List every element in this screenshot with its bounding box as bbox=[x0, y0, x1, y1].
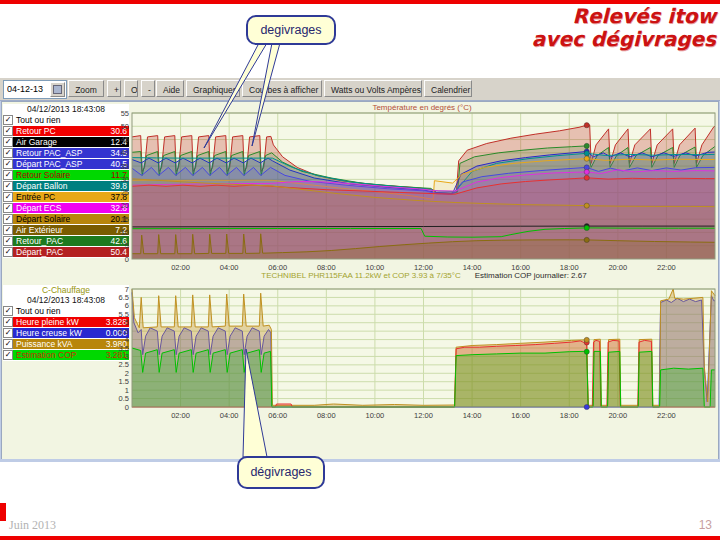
zoom-reset-button[interactable]: O bbox=[124, 80, 138, 97]
y-tick-label: 3 bbox=[125, 352, 129, 361]
x-tick-label: 12:00 bbox=[414, 411, 433, 420]
window-bottom-edge bbox=[0, 459, 720, 462]
x-tick-label: 18:00 bbox=[560, 411, 579, 420]
legend-label: Départ Solaire bbox=[14, 214, 110, 224]
x-tick-label: 22:00 bbox=[657, 411, 676, 420]
cursor-marker-dot bbox=[584, 337, 589, 342]
x-tick-label: 02:00 bbox=[171, 411, 190, 420]
legend-checkbox[interactable]: ✓ bbox=[3, 339, 13, 349]
date-input[interactable] bbox=[5, 82, 51, 95]
y-tick-label: 5 bbox=[125, 241, 129, 250]
y-tick-label: 25 bbox=[121, 188, 129, 197]
legend-label: Air Garage bbox=[14, 137, 110, 147]
slide-title-line2: avec dégivrages bbox=[532, 28, 716, 51]
cursor-marker-dot bbox=[584, 349, 589, 354]
footer-date: Juin 2013 bbox=[9, 518, 56, 533]
legend-label: Retour_PAC bbox=[14, 236, 110, 246]
x-tick-label: 06:00 bbox=[268, 411, 287, 420]
y-tick-label: 0.5 bbox=[119, 394, 129, 403]
legend-label: Heure creuse kW bbox=[14, 328, 106, 338]
legend-checkbox[interactable]: ✓ bbox=[3, 115, 13, 125]
legend-checkbox[interactable]: ✓ bbox=[3, 203, 13, 213]
bottom-callout-degivrages: dégivrages bbox=[237, 456, 325, 489]
page-number: 13 bbox=[699, 518, 712, 532]
calendar-dropdown-button[interactable] bbox=[50, 82, 65, 97]
legend-checkbox[interactable]: ✓ bbox=[3, 170, 13, 180]
slide: Relevés itow avec dégivrages Zoom + O - … bbox=[0, 0, 720, 540]
y-tick-label: 5.5 bbox=[119, 310, 129, 319]
calendrier-button[interactable]: Calendrier bbox=[424, 80, 472, 97]
temperature-chart-plot[interactable]: 02:0004:0006:0008:0010:0012:0014:0016:00… bbox=[101, 107, 719, 273]
red-border-mark bbox=[0, 503, 6, 521]
legend-label: Départ PAC_ASP bbox=[14, 159, 110, 169]
legend-checkbox[interactable]: ✓ bbox=[3, 247, 13, 257]
x-tick-label: 04:00 bbox=[220, 411, 239, 420]
aide-button[interactable]: Aide bbox=[156, 80, 184, 97]
cursor-marker-dot bbox=[584, 123, 589, 128]
pac-model-text: TECHNIBEL PHR115FAA 11.2kW et COP 3.93 à… bbox=[261, 271, 460, 280]
zoom-out-button[interactable]: - bbox=[141, 80, 155, 97]
legend-checkbox[interactable]: ✓ bbox=[3, 317, 13, 327]
zoom-in-button[interactable]: + bbox=[107, 80, 121, 97]
y-tick-label: 10 bbox=[121, 228, 129, 237]
cop-journalier-text: Estimation COP journalier: 2.67 bbox=[475, 271, 587, 280]
legend-checkbox[interactable]: ✓ bbox=[3, 159, 13, 169]
courbes-a-afficher-button[interactable]: Courbes à afficher bbox=[242, 80, 322, 97]
cursor-marker-dot bbox=[584, 169, 589, 174]
legend-checkbox[interactable]: ✓ bbox=[3, 225, 13, 235]
y-tick-label: 45 bbox=[121, 135, 129, 144]
x-tick-label: 10:00 bbox=[366, 411, 385, 420]
y-tick-label: 6 bbox=[125, 301, 129, 310]
y-tick-label: 40 bbox=[121, 148, 129, 157]
legend-checkbox[interactable]: ✓ bbox=[3, 328, 13, 338]
legend-checkbox[interactable]: ✓ bbox=[3, 214, 13, 224]
y-tick-label: 0 bbox=[125, 255, 129, 264]
slide-title-line1: Relevés itow bbox=[532, 5, 716, 28]
legend-label: Départ ECS bbox=[14, 203, 110, 213]
cursor-marker-dot bbox=[584, 175, 589, 180]
legend-checkbox[interactable]: ✓ bbox=[3, 236, 13, 246]
c-chauffage-chart-plot[interactable]: 02:0004:0006:0008:0010:0012:0014:0016:00… bbox=[101, 282, 719, 422]
legend-label: Air Extérieur bbox=[14, 225, 115, 235]
c-chauffage-chart-subtitle: TECHNIBEL PHR115FAA 11.2kW et COP 3.93 à… bbox=[132, 271, 716, 280]
y-tick-label: 4 bbox=[125, 335, 129, 344]
legend-label: Estimation COP bbox=[14, 350, 106, 360]
legend-checkbox[interactable]: ✓ bbox=[3, 192, 13, 202]
slide-bottom-border bbox=[0, 536, 720, 540]
y-tick-label: 20 bbox=[121, 201, 129, 210]
calendar-icon bbox=[53, 85, 62, 94]
legend-label: Départ Ballon bbox=[14, 181, 110, 191]
cursor-marker-dot bbox=[584, 143, 589, 148]
legend-checkbox[interactable]: ✓ bbox=[3, 126, 13, 136]
legend-label: Départ_PAC bbox=[14, 247, 110, 257]
x-tick-label: 16:00 bbox=[511, 411, 530, 420]
watts-ou-volts-amperes-button[interactable]: Watts ou Volts Ampères bbox=[324, 80, 422, 97]
legend-checkbox[interactable]: ✓ bbox=[3, 306, 13, 316]
x-tick-label: 14:00 bbox=[463, 411, 482, 420]
date-field-wrap bbox=[3, 80, 67, 99]
legend-checkbox[interactable]: ✓ bbox=[3, 137, 13, 147]
legend-label: Retour PAC_ASP bbox=[14, 148, 110, 158]
graphiques-button[interactable]: Graphiques bbox=[186, 80, 240, 97]
y-tick-label: 1 bbox=[125, 386, 129, 395]
legend-checkbox[interactable]: ✓ bbox=[3, 181, 13, 191]
legend-checkbox[interactable]: ✓ bbox=[3, 148, 13, 158]
y-tick-label: 50 bbox=[121, 122, 129, 131]
cursor-marker-dot bbox=[584, 404, 589, 409]
x-tick-label: 08:00 bbox=[317, 411, 336, 420]
legend-label: Entrée PC bbox=[14, 192, 110, 202]
y-tick-label: 3.5 bbox=[119, 344, 129, 353]
y-tick-label: 30 bbox=[121, 175, 129, 184]
legend-label: Retour Solaire bbox=[14, 170, 111, 180]
top-callout-degivrages: degivrages bbox=[246, 15, 336, 45]
itow-application-window: Zoom + O - Aide Graphiques Courbes à aff… bbox=[0, 78, 720, 462]
zoom-button[interactable]: Zoom bbox=[68, 80, 104, 97]
y-tick-label: 7 bbox=[125, 285, 129, 294]
y-tick-label: 35 bbox=[121, 162, 129, 171]
y-tick-label: 55 bbox=[121, 109, 129, 118]
slide-title: Relevés itow avec dégivrages bbox=[532, 5, 716, 51]
legend-label: Puissance kVA bbox=[14, 339, 106, 349]
legend-checkbox[interactable]: ✓ bbox=[3, 350, 13, 360]
cursor-marker-dot bbox=[584, 203, 589, 208]
y-tick-label: 5 bbox=[125, 318, 129, 327]
